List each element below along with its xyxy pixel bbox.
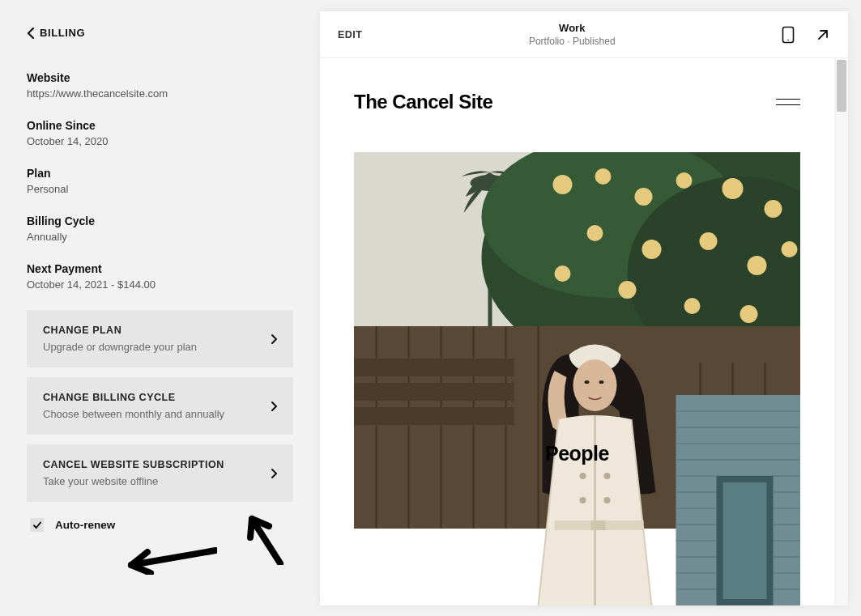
svg-point-55	[580, 473, 586, 479]
svg-rect-51	[723, 482, 767, 599]
svg-point-53	[585, 380, 590, 384]
field-label: Online Since	[27, 119, 293, 132]
field-value: https://www.thecancelsite.com	[27, 87, 293, 100]
field-label: Website	[27, 71, 293, 84]
preview-header-icons	[782, 26, 830, 44]
preview-page-name: Work	[529, 22, 616, 35]
expand-icon[interactable]	[816, 28, 830, 42]
field-value: October 14, 2021 - $144.00	[27, 278, 293, 291]
site-header: The Cancel Site	[354, 91, 800, 113]
svg-point-57	[580, 497, 586, 503]
svg-point-1	[787, 39, 789, 40]
change-billing-cycle-button[interactable]: CHANGE BILLING CYCLE Choose between mont…	[27, 377, 293, 435]
svg-point-17	[748, 256, 767, 275]
svg-point-10	[635, 188, 653, 206]
svg-point-15	[642, 240, 662, 259]
svg-point-18	[555, 266, 571, 282]
action-title: CHANGE PLAN	[43, 325, 197, 336]
auto-renew-row: Auto-renew	[27, 518, 293, 532]
scrollbar-thumb[interactable]	[837, 60, 846, 112]
field-billing-cycle: Billing Cycle Annually	[27, 215, 293, 243]
action-sub: Choose between monthly and annually	[43, 408, 224, 420]
svg-point-16	[700, 232, 718, 250]
svg-point-13	[765, 200, 782, 218]
preview-header: EDIT Work Portfolio · Published	[320, 11, 848, 58]
field-next-payment: Next Payment October 14, 2021 - $144.00	[27, 262, 293, 291]
svg-point-12	[722, 178, 744, 199]
site-title: The Cancel Site	[354, 91, 492, 113]
hamburger-icon[interactable]	[776, 99, 800, 106]
edit-button[interactable]: EDIT	[338, 29, 362, 40]
site-preview-pane: EDIT Work Portfolio · Published The Canc…	[320, 11, 848, 605]
back-label: BILLING	[40, 27, 85, 39]
preview-page-info: Work Portfolio · Published	[529, 22, 616, 47]
chevron-right-icon	[271, 469, 277, 478]
auto-renew-label: Auto-renew	[55, 519, 115, 531]
action-sub: Take your website offline	[43, 475, 224, 487]
scrollbar[interactable]	[834, 58, 848, 605]
field-plan: Plan Personal	[27, 167, 293, 195]
site-content: The Cancel Site	[320, 58, 834, 605]
preview-page-meta: Portfolio · Published	[529, 36, 616, 47]
svg-point-19	[619, 281, 637, 299]
svg-point-58	[604, 497, 611, 503]
svg-point-14	[587, 225, 603, 241]
svg-point-11	[676, 172, 693, 189]
change-plan-button[interactable]: CHANGE PLAN Upgrade or downgrade your pl…	[27, 310, 293, 367]
field-label: Plan	[27, 167, 293, 180]
svg-rect-36	[354, 407, 514, 425]
field-online-since: Online Since October 14, 2020	[27, 119, 293, 147]
svg-point-52	[573, 359, 617, 411]
svg-rect-60	[591, 520, 606, 530]
svg-point-54	[599, 380, 604, 384]
auto-renew-checkbox[interactable]	[30, 518, 44, 532]
svg-point-56	[604, 473, 611, 479]
action-title: CANCEL WEBSITE SUBSCRIPTION	[43, 459, 224, 470]
field-value: Annually	[27, 231, 293, 243]
back-button[interactable]: BILLING	[27, 27, 293, 39]
billing-sidebar: BILLING Website https://www.thecancelsit…	[0, 0, 320, 616]
hero-image: People	[354, 152, 800, 605]
action-texts: CHANGE PLAN Upgrade or downgrade your pl…	[43, 325, 197, 353]
action-title: CHANGE BILLING CYCLE	[43, 392, 224, 403]
svg-rect-34	[354, 359, 514, 376]
mobile-preview-icon[interactable]	[782, 26, 795, 44]
field-website: Website https://www.thecancelsite.com	[27, 71, 293, 100]
field-label: Billing Cycle	[27, 215, 293, 227]
svg-point-21	[740, 305, 758, 323]
action-sub: Upgrade or downgrade your plan	[43, 341, 197, 353]
svg-rect-35	[354, 383, 514, 401]
svg-point-22	[782, 241, 798, 257]
field-label: Next Payment	[27, 262, 293, 275]
field-value: Personal	[27, 183, 293, 195]
hero-label: People	[354, 442, 800, 465]
action-texts: CHANGE BILLING CYCLE Choose between mont…	[43, 392, 224, 420]
cancel-subscription-button[interactable]: CANCEL WEBSITE SUBSCRIPTION Take your we…	[27, 444, 293, 502]
svg-point-8	[553, 175, 573, 194]
chevron-right-icon	[271, 401, 277, 411]
action-texts: CANCEL WEBSITE SUBSCRIPTION Take your we…	[43, 459, 224, 487]
svg-point-20	[684, 298, 701, 314]
chevron-left-icon	[27, 28, 35, 39]
chevron-right-icon	[271, 334, 277, 344]
preview-body: The Cancel Site	[320, 58, 848, 605]
svg-point-9	[595, 168, 612, 185]
field-value: October 14, 2020	[27, 135, 293, 147]
